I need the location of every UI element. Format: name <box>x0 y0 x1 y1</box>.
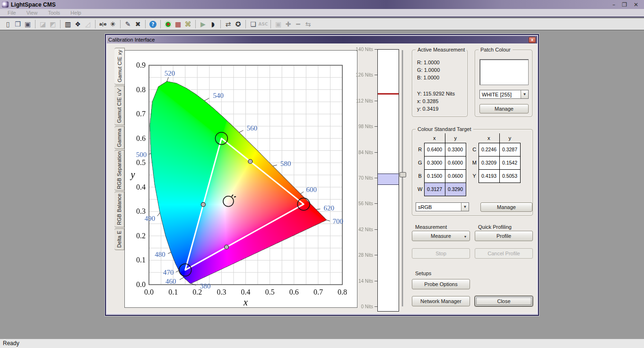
network-tree-icon[interactable]: ⌘ <box>183 19 193 29</box>
status-text: Ready <box>3 340 19 347</box>
swoosh-3d-icon[interactable]: ◗ <box>208 19 218 29</box>
colour-standard-title: Colour Standard Target <box>416 126 473 132</box>
stop-button[interactable]: Stop <box>412 248 470 259</box>
snowflake-icon[interactable]: ✳ <box>108 19 118 29</box>
copy-profiles-icon[interactable]: ❏ <box>248 19 258 29</box>
tab-rgb-separation[interactable]: RGB Separation <box>114 150 124 191</box>
nits-label: 112 Nits <box>355 98 373 104</box>
setups-label: Setups <box>415 270 431 276</box>
wavelength-label-600: 600 <box>306 186 317 193</box>
x-tick-label: 0.8 <box>338 288 347 296</box>
zoom-in-icon: ✚ <box>283 19 293 29</box>
restore-button[interactable]: ❐ <box>622 1 627 8</box>
target-B-x[interactable]: 0.1500 <box>424 169 445 183</box>
wavelength-label-380: 380 <box>200 282 211 290</box>
menu-tools[interactable]: Tools <box>43 9 65 16</box>
target-luminance-band <box>378 174 399 184</box>
tab-gamut-cie-xy[interactable]: Gamut CIE xy <box>114 48 125 85</box>
network-manager-button[interactable]: Network Manager <box>412 296 470 306</box>
delete-patch-icon[interactable]: ✖ <box>133 19 143 29</box>
nits-tick <box>374 75 377 75</box>
cancel-profile-button[interactable]: Cancel Profile <box>475 248 533 259</box>
probe-options-button[interactable]: Probe Options <box>412 279 470 289</box>
colour-standard-group: Colour Standard Target xyR0.64000.3300G0… <box>412 129 533 216</box>
measure-button[interactable]: Measure ▾ <box>412 231 470 241</box>
target-C-x[interactable]: 0.2246 <box>479 143 499 156</box>
active-measurement-group: Active Measurement R: 1.0000 G: 1.0000 B… <box>412 50 468 117</box>
nits-tick <box>374 101 377 101</box>
luminance-meter <box>377 49 399 312</box>
convert-images-icon[interactable]: ⇄ <box>223 19 233 29</box>
target-W-x[interactable]: 0.3127 <box>424 183 445 196</box>
greyscale-patches-icon[interactable]: ▥ <box>63 19 73 29</box>
target-R-x[interactable]: 0.6400 <box>424 143 445 156</box>
colour-wheel-icon[interactable]: ✪ <box>233 19 243 29</box>
standard-manage-button[interactable]: Manage <box>480 202 532 212</box>
tab-gamut-cie-u-v-[interactable]: Gamut CIE u'v' <box>114 86 124 125</box>
target-G-x[interactable]: 0.3000 <box>424 156 445 169</box>
nits-label: 28 Nits <box>355 252 373 258</box>
probe-target-icon[interactable]: ● <box>163 19 173 29</box>
measured-luminance-line <box>378 93 399 95</box>
target-Y-y[interactable]: 0.5053 <box>499 169 520 183</box>
target-B-y[interactable]: 0.0600 <box>445 169 466 183</box>
tab-delta-e[interactable]: Delta E <box>114 228 124 250</box>
toolbar-separator <box>95 20 96 28</box>
standard-select-value: sRGB <box>416 204 461 210</box>
measurement-label: Measurement <box>415 224 447 230</box>
chevron-down-icon[interactable]: ▼ <box>461 203 469 211</box>
row-label-W: W <box>416 183 424 196</box>
status-bar: Ready <box>0 339 644 348</box>
menu-file[interactable]: File <box>3 9 21 16</box>
col-header-y: y <box>445 133 466 143</box>
dialog-titlebar[interactable]: Calibration Interface x <box>107 36 537 44</box>
edit-patch-icon[interactable]: ✎ <box>123 19 133 29</box>
nits-label: 98 Nits <box>355 124 373 129</box>
wavelength-label-620: 620 <box>324 204 335 212</box>
active-measurement-title: Active Measurement <box>416 47 467 52</box>
close-button[interactable]: ✕ <box>634 1 638 8</box>
profile-button[interactable]: Profile <box>475 231 533 241</box>
target-W-y[interactable]: 0.3290 <box>445 183 466 196</box>
cube-3d-icon[interactable]: ❖ <box>73 19 83 29</box>
target-M-y[interactable]: 0.1542 <box>499 156 520 169</box>
dialog-title: Calibration Interface <box>108 37 155 43</box>
open-project-icon[interactable]: ❒ <box>13 19 23 29</box>
window-title: LightSpace CMS <box>11 1 56 8</box>
target-R-y[interactable]: 0.3300 <box>445 143 466 156</box>
nits-label: 14 Nits <box>355 278 373 284</box>
measured-x: x: 0.3285 <box>412 97 467 105</box>
dialog-close-icon[interactable]: x <box>529 37 536 43</box>
wavelength-label-490: 490 <box>145 215 156 222</box>
start-measure-icon[interactable]: ▶ <box>198 19 208 29</box>
row-label-R: R <box>416 143 424 156</box>
row-label-G: G <box>416 156 424 169</box>
menu-help[interactable]: Help <box>66 9 86 16</box>
wavelength-leader <box>316 209 321 209</box>
menu-view[interactable]: View <box>22 9 43 16</box>
text-edit-ae-icon[interactable]: a|e <box>98 19 108 29</box>
tab-rgb-balance[interactable]: RGB Balance <box>114 191 124 227</box>
luminance-slider-track[interactable] <box>402 50 403 306</box>
target-Y-x[interactable]: 0.4193 <box>479 169 499 183</box>
toolbar-separator <box>195 20 196 28</box>
standard-select[interactable]: sRGB ▼ <box>416 202 469 211</box>
wavelength-label-480: 480 <box>155 251 165 258</box>
view-tabs: Gamut CIE xyGamut CIE u'v'GammaRGB Separ… <box>114 48 125 251</box>
tab-gamma[interactable]: Gamma <box>114 126 124 149</box>
close-dialog-button[interactable]: Close <box>475 296 533 306</box>
target-G-y[interactable]: 0.6000 <box>445 156 466 169</box>
patch-select[interactable]: WHITE [255] ▼ <box>479 90 529 99</box>
target-C-y[interactable]: 0.3287 <box>499 143 520 156</box>
help-info-icon[interactable]: ? <box>148 19 158 29</box>
luminance-slider-thumb[interactable] <box>400 172 406 177</box>
save-icon[interactable]: ▣ <box>23 19 33 29</box>
target-M-x[interactable]: 0.3209 <box>479 156 499 169</box>
chevron-down-icon[interactable]: ▼ <box>521 90 528 98</box>
nits-tick <box>374 281 377 281</box>
y-tick-label: 0.7 <box>136 110 146 118</box>
colour-mosaic-icon[interactable]: ▦ <box>173 19 183 29</box>
minimize-button[interactable]: – <box>612 1 615 8</box>
new-document-icon[interactable]: ▯ <box>3 19 13 29</box>
patch-manage-button[interactable]: Manage <box>479 104 529 113</box>
